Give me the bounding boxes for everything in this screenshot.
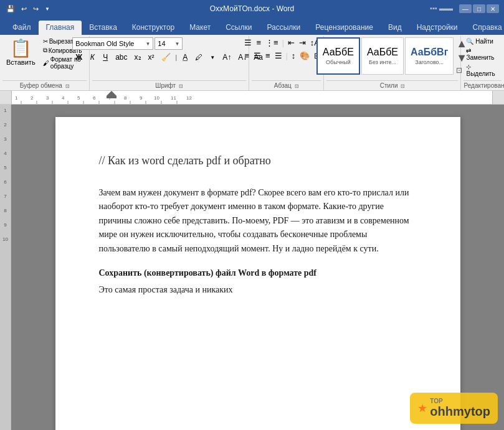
quick-extra-icon[interactable]: ▼ [44,6,51,12]
cut-icon: ✂ [43,38,48,45]
quick-redo-icon[interactable]: ↪ [32,5,40,13]
svg-text:10: 10 [154,95,159,101]
decrease-indent-button[interactable]: ⇤ [286,37,297,48]
copy-icon: ⧉ [43,47,47,54]
tab-references[interactable]: Ссылки [218,21,259,35]
editing-group-label: Редактирование [464,80,502,90]
horizontal-ruler: 1 2 3 4 5 6 7 8 9 10 11 12 [0,91,504,105]
minimize-button[interactable]: — [459,4,472,13]
tab-insert[interactable]: Вставка [82,21,125,35]
tab-design[interactable]: Конструктор [125,21,182,35]
font-size-dropdown[interactable]: 14 ▼ [155,37,183,50]
ruler-right-margin [493,91,504,104]
subscript-button[interactable]: x₂ [131,52,145,62]
font-color-dropdown[interactable]: ▼ [206,54,219,61]
quick-undo-icon[interactable]: ↩ [20,5,28,13]
document-canvas[interactable]: // Как из word сделать pdf и обратно Зач… [11,105,504,430]
clipboard-dialog-launcher[interactable]: ⊡ [65,83,70,89]
style-heading1-preview: АаБбВг [411,47,448,58]
ruler-left-margin [0,91,11,104]
style-heading1-name: Заголово... [415,59,444,65]
font-name-dropdown[interactable]: Bookman Old Style ▼ [72,37,153,50]
svg-rect-24 [107,96,116,98]
underline-button[interactable]: Ч [99,52,112,62]
paragraph-dialog-launcher[interactable]: ⊡ [295,83,299,89]
para-sep2: | [286,52,288,60]
styles-group-label: Стили ⊡ [326,80,458,90]
text-color-button[interactable]: А [179,52,191,62]
grow-font-button[interactable]: A↑ [219,52,234,62]
tab-home[interactable]: Главная [39,21,82,35]
tab-review[interactable]: Рецензирование [308,21,381,35]
font-dialog-launcher[interactable]: ⊡ [179,83,183,89]
italic-button[interactable]: К [86,52,98,62]
bold-button[interactable]: Ж [72,52,85,62]
superscript-button[interactable]: x² [145,52,158,62]
styles-gallery: АаБбЕ Обычный АаБбЕ Без инте... АаБбВг З… [316,37,468,75]
title-bar: 💾 ↩ ↪ ▼ ОxxМойТОn.docx - Word ▪▪▪ ▬▬ — □… [0,0,504,17]
ruler-num-3: 3 [4,136,6,142]
replace-button[interactable]: ⇄ Заменить [464,47,502,62]
ruler-num-1: 1 [4,108,6,113]
ribbon: 📋 Вставить ✂ Вырезать ⧉ Копировать 🖌 Фор… [0,35,504,91]
paste-icon: 📋 [10,40,32,57]
document-subheading: Сохранить (конвертировать) файл Word в ф… [99,268,417,278]
tab-layout[interactable]: Макет [182,21,218,35]
close-button[interactable]: ✕ [487,4,499,13]
document-page[interactable]: // Как из word сделать pdf и обратно Зач… [55,117,460,430]
watermark-text: ohhmytop [430,404,490,419]
ruler-num-9: 9 [4,222,6,228]
align-center-button[interactable]: ☰ [252,50,263,61]
style-heading1[interactable]: АаБбВг Заголово... [405,37,454,75]
ruler-num-4: 4 [4,151,6,156]
line-spacing-button[interactable]: ↕ [290,50,298,61]
quick-save-icon[interactable]: 💾 [5,5,16,13]
tab-view[interactable]: Вид [381,21,409,35]
style-no-spacing[interactable]: АаБбЕ Без инте... [361,37,404,75]
style-normal-name: Обычный [326,59,351,65]
svg-text:3: 3 [46,95,49,101]
ruler-num-10: 10 [2,236,8,242]
svg-text:5: 5 [77,95,80,101]
styles-dialog-launcher[interactable]: ⊡ [401,83,405,89]
restore-button[interactable]: □ [473,4,485,13]
document-heading: // Как из word сделать pdf и обратно [99,154,417,167]
highlight-button[interactable]: 🖊 [192,52,206,62]
font-group: Bookman Old Style ▼ 14 ▼ Ж К Ч abc x₂ x²… [90,36,249,90]
style-nospacing-name: Без инте... [369,59,396,65]
ruler-num-8: 8 [4,208,6,213]
editing-group: 🔍 Найти ⇄ Заменить ⊹ Выделить Редактиров… [461,36,504,90]
svg-text:6: 6 [93,95,96,101]
shading-button[interactable]: 🎨 [298,50,311,61]
bullets-button[interactable]: ☰ [242,37,254,48]
increase-indent-button[interactable]: ⇥ [297,37,308,48]
tab-mailings[interactable]: Рассылки [259,21,308,35]
multilevel-button[interactable]: ⋮≡ [264,37,280,48]
numbering-button[interactable]: ≡ [254,37,263,48]
strikethrough-button[interactable]: abc [112,52,130,62]
watermark-container: ★ TOP ohhmytop [410,393,498,424]
find-button[interactable]: 🔍 Найти [464,37,495,45]
tab-help[interactable]: Справка [465,21,504,35]
font-name-arrow: ▼ [145,41,150,47]
align-right-button[interactable]: ≡ [264,50,272,61]
format-painter-icon: 🖌 [43,60,49,67]
paste-button[interactable]: 📋 Вставить [2,37,39,68]
document-body-paragraph[interactable]: Зачем вам нужен документ в формате pdf? … [99,186,417,256]
tab-addins[interactable]: Надстройки [409,21,465,35]
clear-formatting-button[interactable]: 🧹 [158,52,174,62]
tab-file[interactable]: Файл [5,21,39,35]
font-separator: | [176,54,178,61]
select-button[interactable]: ⊹ Выделить [464,63,502,78]
ruler-num-5: 5 [4,165,6,171]
align-left-button[interactable]: ≡ [242,50,251,61]
style-normal[interactable]: АаБбЕ Обычный [316,37,360,75]
clipboard-group-label: Буфер обмена ⊡ [2,80,87,90]
document-body-paragraph-2[interactable]: Это самая простая задача и никаких [99,283,417,297]
justify-button[interactable]: ☰ [273,50,284,61]
watermark-top-label: TOP [430,398,490,404]
document-area: 1 2 3 4 5 6 7 8 9 10 // Как из word сдел… [0,105,504,430]
ruler-main[interactable]: 1 2 3 4 5 6 7 8 9 10 11 12 [11,91,493,104]
window-size-indicator: ▪▪▪ ▬▬ [430,4,453,13]
svg-text:1: 1 [15,95,18,101]
